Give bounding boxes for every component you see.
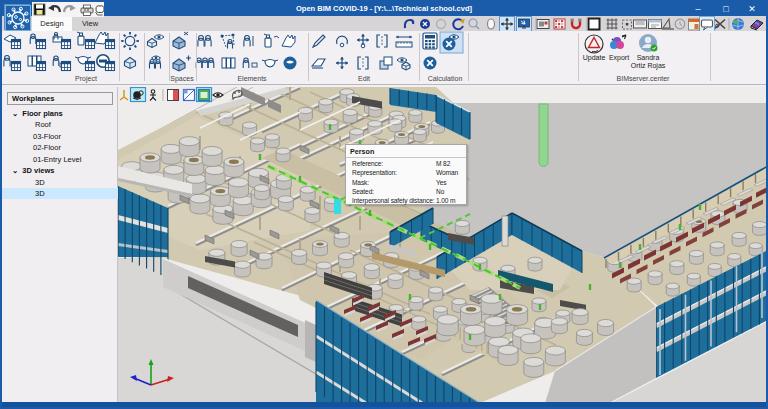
svg-text:Sandra: Sandra [637, 54, 660, 61]
svg-text:Ortiz Rojas: Ortiz Rojas [631, 62, 666, 70]
svg-text:Export: Export [609, 54, 629, 62]
svg-text:Update: Update [583, 54, 606, 62]
